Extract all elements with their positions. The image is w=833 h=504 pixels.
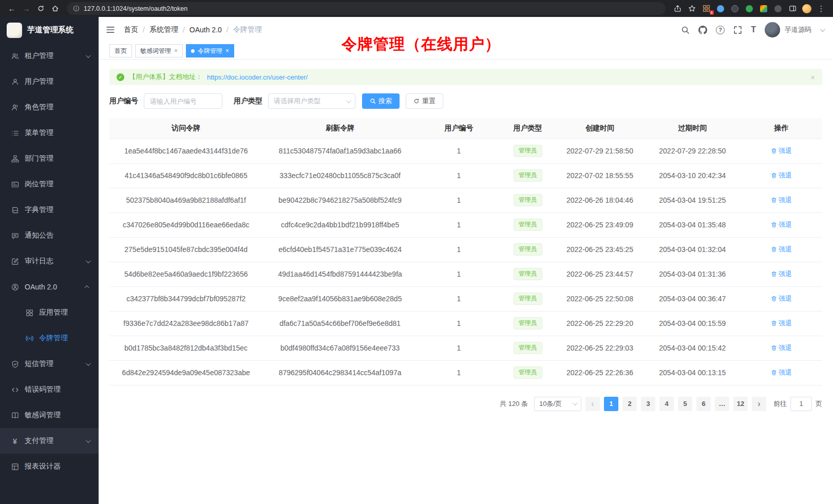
- extensions-puzzle-icon[interactable]: [757, 2, 770, 15]
- user-avatar[interactable]: [765, 22, 780, 37]
- cell-expire-time: 2054-03-04 00:15:59: [645, 311, 741, 336]
- sidebar-item-payment[interactable]: ¥ 支付管理: [0, 428, 99, 454]
- extension-pin-icon[interactable]: [771, 2, 785, 15]
- sidebar-item-sms[interactable]: 短信管理: [0, 351, 99, 377]
- sidebar-item-sensitive-word[interactable]: 敏感词管理: [0, 402, 99, 428]
- user-type-badge: 管理员: [514, 342, 542, 354]
- cell-user-type: 管理员: [500, 188, 555, 212]
- alert-close-icon[interactable]: ×: [810, 73, 815, 82]
- sidebar-item-dict[interactable]: 字典管理: [0, 197, 99, 223]
- bookmark-star-icon[interactable]: [685, 2, 698, 15]
- browser-menu-icon[interactable]: ⋮: [815, 2, 828, 15]
- close-icon[interactable]: ×: [225, 47, 229, 54]
- page-button-4[interactable]: 4: [659, 397, 674, 411]
- url-bar[interactable]: 127.0.0.1:1024/system/oauth2/token: [67, 2, 666, 15]
- user-type-badge: 管理员: [514, 219, 542, 231]
- browser-back-icon[interactable]: ←: [5, 2, 18, 15]
- user-id-input[interactable]: [144, 93, 222, 109]
- tab-sensitive-word[interactable]: 敏感词管理 ×: [135, 44, 183, 57]
- page-more-button[interactable]: …: [715, 397, 729, 411]
- doc-link[interactable]: https://doc.iocoder.cn/user-center/: [207, 73, 308, 81]
- page-button-1[interactable]: 1: [604, 397, 618, 411]
- breadcrumb-system[interactable]: 系统管理: [149, 25, 178, 34]
- goto-page-input[interactable]: [790, 397, 812, 411]
- page-button-6[interactable]: 6: [696, 397, 711, 411]
- sidebar-item-user[interactable]: 用户管理: [0, 69, 99, 94]
- table-row: 275e5de9151045fe87cbdc395e004f4d e6cfd40…: [109, 237, 822, 262]
- sidebar-item-audit-log[interactable]: 审计日志: [0, 248, 99, 274]
- breadcrumb-home[interactable]: 首页: [124, 25, 138, 34]
- extension-green-icon[interactable]: [743, 2, 756, 15]
- cell-refresh-token: be90422b8c7946218275a508bf524fc9: [262, 188, 418, 212]
- github-icon[interactable]: [698, 26, 707, 34]
- cell-expire-time: 2054-03-10 20:42:34: [645, 163, 741, 188]
- force-logout-button[interactable]: 强退: [771, 343, 792, 353]
- close-icon[interactable]: ×: [174, 47, 178, 54]
- collapse-sidebar-icon[interactable]: [106, 25, 115, 34]
- page-button-5[interactable]: 5: [678, 397, 692, 411]
- username[interactable]: 芋道源码: [785, 25, 811, 34]
- browser-profile-avatar[interactable]: [800, 2, 813, 15]
- sidebar-item-error-code[interactable]: 错误码管理: [0, 377, 99, 402]
- force-logout-button[interactable]: 强退: [771, 220, 792, 229]
- success-check-icon: ✓: [117, 73, 124, 81]
- extension-blue-icon[interactable]: [714, 2, 727, 15]
- breadcrumb: 首页 / 系统管理 / OAuth 2.0 / 令牌管理: [124, 25, 262, 34]
- sidebar-item-report-designer[interactable]: 报表设计器: [0, 454, 99, 479]
- chevron-down-icon[interactable]: [820, 27, 825, 32]
- font-size-icon[interactable]: T: [751, 25, 756, 34]
- cell-create-time: 2022-06-25 22:29:20: [555, 311, 645, 336]
- force-logout-button[interactable]: 强退: [771, 171, 792, 180]
- sidebar-item-oauth-token[interactable]: 令牌管理: [0, 325, 99, 351]
- tab-home[interactable]: 首页: [109, 44, 132, 57]
- search-button[interactable]: 搜索: [362, 93, 400, 109]
- cell-action: 强退: [741, 262, 822, 286]
- force-logout-button[interactable]: 强退: [771, 196, 792, 205]
- announcement-icon: [11, 231, 19, 240]
- sidebar-item-dept[interactable]: 部门管理: [0, 146, 99, 171]
- force-logout-button[interactable]: 强退: [771, 269, 792, 279]
- breadcrumb-oauth[interactable]: OAuth 2.0: [190, 26, 222, 34]
- page-button-12[interactable]: 12: [733, 397, 748, 411]
- sidebar-toggle-icon[interactable]: [786, 2, 799, 15]
- force-logout-button[interactable]: 强退: [771, 146, 792, 156]
- force-logout-button[interactable]: 强退: [771, 294, 792, 303]
- col-user-id: 用户编号: [418, 118, 500, 139]
- page-button-2[interactable]: 2: [622, 397, 637, 411]
- browser-reload-icon[interactable]: [34, 2, 47, 15]
- alert-text: 【用户体系】文档地址：: [129, 72, 202, 82]
- delete-icon: [771, 345, 777, 351]
- fullscreen-icon[interactable]: [733, 26, 742, 34]
- tab-token-management[interactable]: 令牌管理 ×: [186, 44, 234, 57]
- force-logout-button[interactable]: 强退: [771, 319, 792, 328]
- sidebar-item-notice[interactable]: 通知公告: [0, 223, 99, 248]
- site-info-icon[interactable]: [73, 5, 80, 12]
- cell-user-id: 1: [418, 262, 500, 286]
- share-icon[interactable]: [671, 2, 684, 15]
- page-size-select[interactable]: 10条/页: [534, 397, 581, 411]
- browser-home-icon[interactable]: [48, 2, 62, 15]
- cell-create-time: 2022-06-25 23:44:57: [555, 262, 645, 286]
- sidebar-item-menu[interactable]: 菜单管理: [0, 120, 99, 146]
- user-type-select[interactable]: 请选择用户类型: [268, 93, 355, 109]
- sidebar-item-oauth2[interactable]: OAuth 2.0: [0, 274, 99, 300]
- force-logout-button[interactable]: 强退: [771, 245, 792, 254]
- sidebar-item-oauth-app[interactable]: 应用管理: [0, 300, 99, 325]
- reset-button[interactable]: 重置: [406, 93, 443, 109]
- search-icon[interactable]: [681, 26, 690, 34]
- sidebar-item-role[interactable]: 角色管理: [0, 94, 99, 120]
- next-page-button[interactable]: ›: [752, 397, 766, 411]
- page-button-3[interactable]: 3: [641, 397, 655, 411]
- cell-user-type: 管理员: [500, 237, 555, 262]
- sidebar-item-tenant[interactable]: 租户管理: [0, 43, 99, 69]
- table-row: b0d1785bc3a8482f812db4a3f3bd15ec b0df498…: [109, 336, 822, 360]
- browser-forward-icon[interactable]: →: [20, 2, 33, 15]
- help-icon[interactable]: ?: [716, 26, 725, 34]
- cell-access-token: 41c41346a548490f9dc8b01c6bfe0865: [109, 163, 262, 188]
- extension-badged-icon[interactable]: 6: [699, 2, 713, 15]
- sidebar-item-label: 支付管理: [25, 436, 53, 445]
- force-logout-button[interactable]: 强退: [771, 368, 792, 377]
- extension-dark-icon[interactable]: [728, 2, 742, 15]
- prev-page-button[interactable]: ‹: [585, 397, 600, 411]
- sidebar-item-post[interactable]: 岗位管理: [0, 171, 99, 197]
